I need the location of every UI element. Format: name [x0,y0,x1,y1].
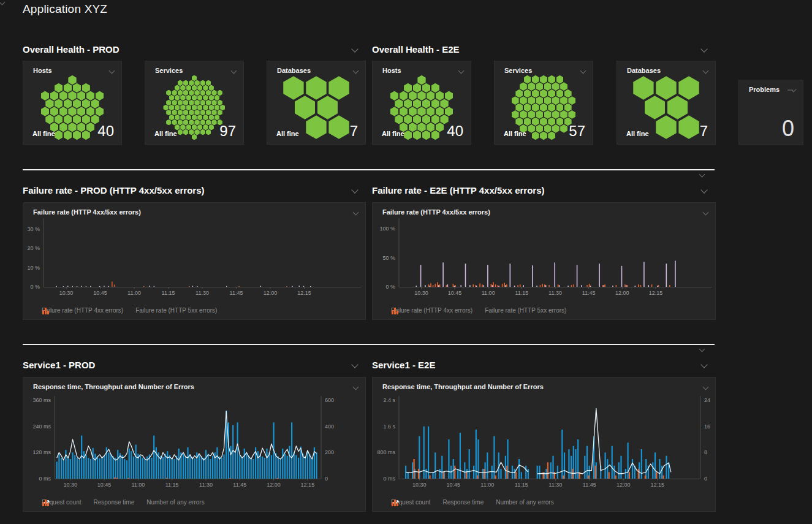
hex-cell [59,91,67,101]
hex-cell [515,89,523,98]
chevron-down-icon[interactable] [231,68,237,74]
hex-cell [197,115,202,121]
chevron-down-icon[interactable] [353,68,359,74]
svg-text:0: 0 [325,476,328,482]
section-title-health-e2e: Overall Health - E2E [372,44,460,55]
hex-cell [544,96,552,105]
problems-tile[interactable]: Problems 0 [738,80,803,145]
hex-cell [203,115,208,121]
chevron-down-icon[interactable] [351,361,358,368]
svg-text:30 %: 30 % [27,226,40,232]
hex-cell [413,99,421,108]
chevron-down-icon[interactable] [703,384,709,390]
hex-cell [163,105,168,111]
legend-item[interactable]: Number of any errors [146,499,204,506]
hex-cell [68,107,76,116]
hex-cell [203,95,208,101]
hex-cell [645,96,665,120]
hex-cell [91,99,99,108]
svg-text:11:00: 11:00 [480,482,494,488]
chevron-down-icon[interactable] [700,45,707,52]
chevron-down-icon[interactable] [699,172,705,178]
hex-cell [528,96,535,105]
svg-text:11:30: 11:30 [548,290,562,296]
chart-legend: Request countResponse timeNumber of any … [42,499,205,506]
legend-item[interactable]: Failure rate (HTTP 4xx errors) [391,307,472,314]
chevron-down-icon[interactable] [699,346,705,352]
hex-cell [560,82,567,91]
entity-count: 57 [569,123,585,140]
hex-cell [175,85,180,91]
hex-cell [64,83,72,93]
chevron-down-icon[interactable] [458,68,465,74]
chart-tile-service-e2e[interactable]: Response time, Throughput and Number of … [372,377,716,512]
health-tile-hosts-e2e[interactable]: Hosts All fine40 [372,61,471,145]
hex-cell [536,96,543,105]
legend-label: Number of any errors [146,499,204,506]
chevron-down-icon[interactable] [700,186,707,193]
svg-text:0: 0 [704,476,707,482]
chevron-down-icon[interactable] [353,384,359,390]
hex-cell [436,107,444,116]
hex-cell [528,82,535,91]
svg-text:0 ms: 0 ms [39,476,51,482]
health-tile-databases-prod[interactable]: Databases All fine7 [267,61,366,145]
legend-item[interactable]: Failure rate (HTTP 5xx errors) [485,307,566,314]
chevron-down-icon[interactable] [703,210,709,216]
svg-text:12:00: 12:00 [617,482,631,488]
chevron-down-icon[interactable] [351,45,358,52]
chevron-down-icon[interactable] [109,68,115,74]
hex-cell [197,95,202,101]
hex-cell [178,110,183,116]
legend-item[interactable]: Request count [391,499,431,506]
hex-cell [218,90,222,96]
legend-item[interactable]: Request count [42,499,82,506]
chart-tile-failure-e2e[interactable]: Failure rate (HTTP 4xx/5xx errors) 0 %50… [372,202,716,320]
health-tile-services-prod[interactable]: Services All fine97 [145,61,244,145]
hex-cell [175,105,180,111]
svg-text:100 %: 100 % [379,226,395,232]
hex-cell [532,104,539,112]
hex-cell [186,115,191,121]
hex-cell [192,105,197,111]
hex-cell [192,95,197,101]
svg-text:11:15: 11:15 [165,482,179,488]
hex-cell [667,96,688,120]
chart-tile-service-prod[interactable]: Response time, Throughput and Number of … [23,377,366,512]
hex-cell [568,96,575,105]
chevron-down-icon[interactable] [353,210,359,216]
health-tile-hosts-prod[interactable]: Hosts All fine40 [23,61,122,145]
svg-text:0 %: 0 % [30,284,40,290]
chevron-down-icon[interactable] [0,0,5,5]
hex-cell [55,83,63,93]
page-title: Application XYZ [23,2,107,16]
legend-item[interactable]: Failure rate (HTTP 4xx errors) [42,307,123,314]
chart-tile-failure-prod[interactable]: Failure rate (HTTP 4xx/5xx errors) 0 %10… [23,202,366,320]
chevron-down-icon[interactable] [580,68,586,74]
svg-text:11:00: 11:00 [131,482,145,488]
legend-item[interactable]: Response time [94,499,135,506]
hex-cell [203,105,208,111]
hex-cell [520,82,527,91]
health-tile-databases-e2e[interactable]: Databases All fine7 [617,61,716,145]
hex-cell [169,105,174,111]
chart-canvas: 0 ms800 ms1.6 s2.4 s08162410:3010:4511:0… [373,378,716,512]
hex-cell [544,110,552,119]
hex-cell [180,115,185,121]
health-tile-services-e2e[interactable]: Services All fine57 [494,61,593,145]
chevron-down-icon[interactable] [703,68,709,74]
hex-cell [536,110,543,119]
svg-text:11:30: 11:30 [548,482,562,488]
hex-cell [395,99,403,108]
legend-item[interactable]: Response time [443,499,484,506]
legend-item[interactable]: Number of any errors [496,499,553,506]
chevron-down-icon[interactable] [351,186,358,193]
section-divider [23,344,715,345]
svg-text:11:15: 11:15 [515,482,528,488]
hex-cell [50,91,58,101]
legend-item[interactable]: Failure rate (HTTP 5xx errors) [135,307,217,314]
chevron-down-icon[interactable] [700,361,707,368]
hex-cell [524,89,531,98]
hex-cell [445,91,453,101]
chevron-down-icon[interactable] [792,88,796,92]
